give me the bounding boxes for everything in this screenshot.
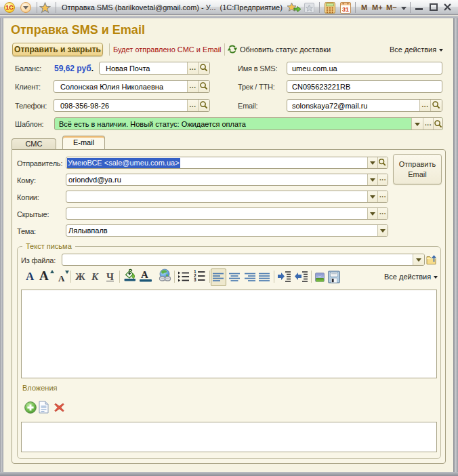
svg-text:3: 3: [194, 277, 196, 282]
svg-text:31: 31: [342, 6, 349, 13]
